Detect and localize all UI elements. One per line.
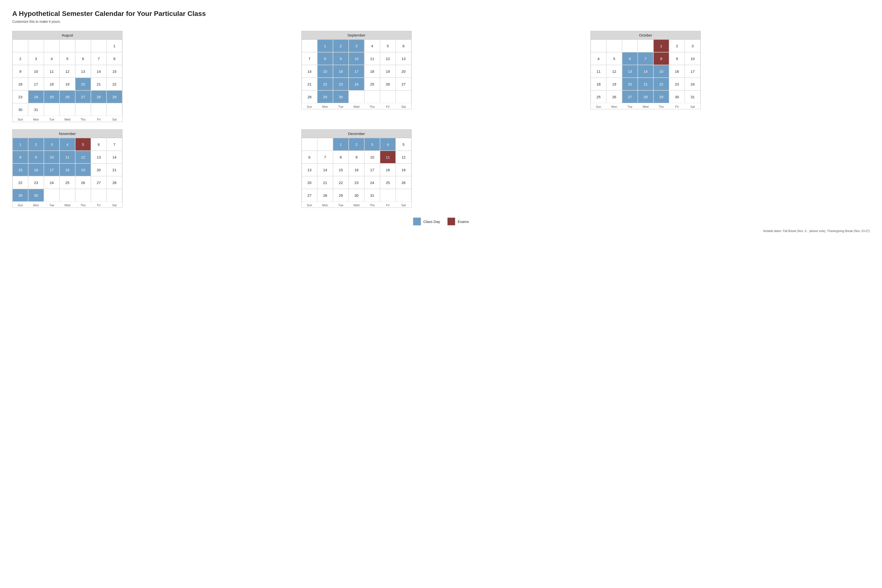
calendar-december: December12345678910111213141516171819202… [302, 129, 580, 208]
class-day-cell: 29 [317, 90, 333, 103]
normal-day-cell: 19 [396, 164, 411, 176]
class-day-cell: 18 [60, 164, 75, 176]
normal-day-cell: 11 [44, 65, 60, 78]
day-label-wed: Wed [60, 203, 75, 207]
subtitle: Customize this to make it yours. [12, 20, 870, 24]
normal-day-cell: 21 [302, 78, 317, 90]
normal-day-cell: 20 [396, 65, 411, 78]
normal-day-cell: 29 [333, 189, 349, 202]
day-label-sat: Sat [106, 203, 122, 207]
empty-cell [75, 103, 91, 116]
normal-day-cell: 10 [364, 151, 380, 164]
normal-day-cell: 11 [591, 65, 606, 78]
class-day-cell: 12 [75, 151, 91, 164]
day-label-thu: Thu [364, 203, 380, 207]
day-label-tue: Tue [44, 203, 60, 207]
normal-day-cell: 6 [302, 151, 317, 164]
empty-cell [302, 39, 317, 52]
cal-grid-october: 1234567891011121314151617181920212223242… [591, 39, 700, 103]
day-label-sat: Sat [396, 105, 411, 109]
normal-day-cell: 18 [364, 65, 380, 78]
normal-day-cell: 22 [106, 78, 122, 90]
class-day-cell: 3 [44, 138, 60, 151]
normal-day-cell: 2 [12, 52, 28, 65]
normal-day-cell: 9 [349, 151, 364, 164]
class-day-cell: 20 [622, 78, 638, 90]
calendars-grid: August1234567891011121314151617181920212… [12, 31, 870, 208]
class-day-cell: 14 [638, 65, 653, 78]
normal-day-cell: 11 [364, 52, 380, 65]
month-header-september: September [302, 31, 411, 39]
class-day-cell: 2 [333, 39, 349, 52]
normal-day-cell: 14 [317, 164, 333, 176]
normal-day-cell: 27 [91, 176, 106, 189]
row2: November12345678910111213141516171819202… [12, 129, 580, 208]
exam-day-cell: 1 [653, 39, 669, 52]
class-day-cell: 3 [349, 39, 364, 52]
legend-class-day: Class Day [413, 218, 440, 225]
day-label-fri: Fri [380, 105, 396, 109]
normal-day-cell: 22 [333, 176, 349, 189]
normal-day-cell: 7 [302, 52, 317, 65]
normal-day-cell: 23 [28, 176, 44, 189]
empty-cell [638, 39, 653, 52]
class-day-cell: 29 [653, 90, 669, 103]
normal-day-cell: 5 [60, 52, 75, 65]
empty-cell [106, 103, 122, 116]
class-day-cell: 15 [317, 65, 333, 78]
normal-day-cell: 24 [44, 176, 60, 189]
normal-day-cell: 31 [685, 90, 700, 103]
day-label-mon: Mon [28, 117, 44, 122]
day-label-thu: Thu [364, 105, 380, 109]
class-day-cell: 16 [333, 65, 349, 78]
class-day-cell: 24 [28, 90, 44, 103]
normal-day-cell: 26 [606, 90, 622, 103]
class-day-cell: 17 [44, 164, 60, 176]
normal-day-cell: 25 [591, 90, 606, 103]
normal-day-cell: 3 [685, 39, 700, 52]
day-label-wed: Wed [60, 117, 75, 122]
empty-cell [91, 39, 106, 52]
normal-day-cell: 3 [28, 52, 44, 65]
normal-day-cell: 12 [380, 52, 396, 65]
normal-day-cell: 22 [12, 176, 28, 189]
normal-day-cell: 26 [75, 176, 91, 189]
normal-day-cell: 5 [606, 52, 622, 65]
normal-day-cell: 26 [380, 78, 396, 90]
class-day-box [413, 218, 421, 225]
day-labels: SunMonTueWedThuFriSat [302, 105, 411, 109]
empty-cell [44, 39, 60, 52]
class-day-cell: 3 [364, 138, 380, 151]
normal-day-cell: 18 [44, 78, 60, 90]
normal-day-cell: 16 [349, 164, 364, 176]
normal-day-cell: 12 [60, 65, 75, 78]
normal-day-cell: 19 [380, 65, 396, 78]
month-header-august: August [12, 31, 122, 39]
day-label-thu: Thu [75, 203, 91, 207]
exam-day-cell: 5 [75, 138, 91, 151]
class-day-cell: 28 [638, 90, 653, 103]
cal-grid-september: 1234567891011121314151617181920212223242… [302, 39, 411, 103]
normal-day-cell: 30 [349, 189, 364, 202]
class-day-cell: 15 [653, 65, 669, 78]
normal-day-cell: 18 [591, 78, 606, 90]
normal-day-cell: 1 [106, 39, 122, 52]
normal-day-cell: 10 [28, 65, 44, 78]
day-labels: SunMonTueWedThuFriSat [12, 203, 122, 207]
normal-day-cell: 24 [685, 78, 700, 90]
empty-cell [60, 189, 75, 202]
normal-day-cell: 4 [44, 52, 60, 65]
empty-cell [75, 39, 91, 52]
empty-cell [317, 138, 333, 151]
empty-cell [364, 90, 380, 103]
empty-cell [75, 189, 91, 202]
class-day-cell: 23 [333, 78, 349, 90]
day-labels: SunMonTueWedThuFriSat [12, 117, 122, 122]
normal-day-cell: 21 [106, 164, 122, 176]
normal-day-cell: 18 [380, 164, 396, 176]
normal-day-cell: 6 [75, 52, 91, 65]
normal-day-cell: 5 [380, 39, 396, 52]
calendar-september: September1234567891011121314151617181920… [302, 31, 580, 122]
normal-day-cell: 9 [669, 52, 685, 65]
day-label-wed: Wed [638, 105, 653, 109]
